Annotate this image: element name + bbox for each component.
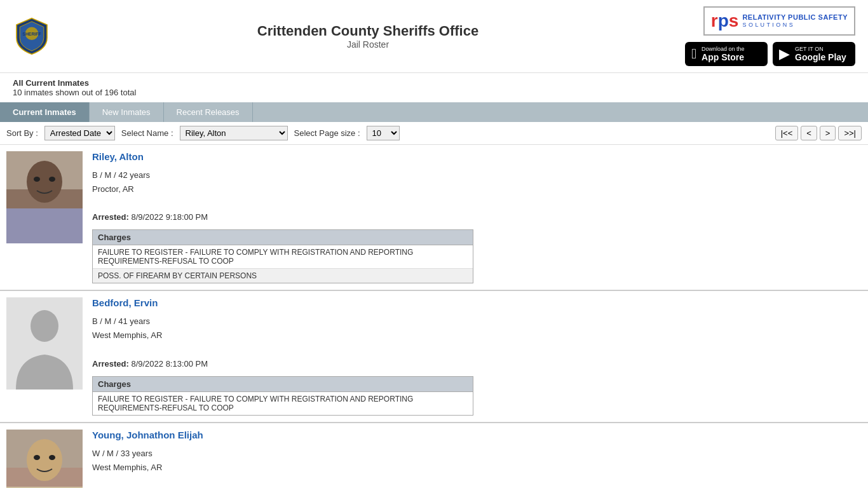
charges-container: ChargesFAILURE TO REGISTER - FAILURE TO …	[92, 376, 473, 416]
svg-point-14	[49, 455, 55, 460]
page-subtitle: Jail Roster	[51, 39, 685, 50]
shield-logo-icon: SHERIFF	[13, 17, 51, 55]
inmate-details-bedford-ervin: Bedford, ErvinB / M / 41 yearsWest Memph…	[92, 297, 862, 415]
rps-logo: rps Relativity Public Safety s o l u t i…	[703, 6, 855, 36]
inmate-record-young-johnathon: Young, Johnathon ElijahW / M / 33 yearsW…	[0, 423, 868, 488]
svg-point-4	[27, 161, 62, 203]
inmate-details-young-johnathon: Young, Johnathon ElijahW / M / 33 yearsW…	[92, 430, 862, 488]
app-buttons:  Download on the App Store ▶ GET IT ON …	[685, 42, 855, 66]
tab-new-inmates[interactable]: New Inmates	[90, 102, 164, 122]
inmate-record-riley-alton: Riley, AltonB / M / 42 yearsProctor, ARA…	[0, 145, 868, 291]
svg-point-6	[49, 177, 55, 182]
app-store-button[interactable]:  Download on the App Store	[685, 42, 768, 66]
inmate-photo-riley-alton	[6, 151, 83, 243]
page-header: SHERIFF Crittenden County Sheriffs Offic…	[0, 0, 868, 73]
inmate-photo-young-johnathon	[6, 430, 83, 488]
pagination-last[interactable]: >>|	[838, 126, 862, 140]
google-play-button[interactable]: ▶ GET IT ON Google Play	[773, 42, 855, 66]
pagination-prev[interactable]: <	[801, 126, 817, 140]
inmate-info: B / M / 41 yearsWest Memphis, ARArrested…	[92, 315, 862, 370]
google-play-icon: ▶	[779, 46, 790, 62]
rps-letters: rps	[711, 11, 739, 31]
tab-recent-releases[interactable]: Recent Releases	[164, 102, 253, 122]
inmate-photo-bedford-ervin	[6, 297, 83, 390]
rps-tagline: Relativity Public Safety s o l u t i o n…	[742, 13, 848, 29]
apple-icon: 	[691, 46, 696, 62]
inmates-info: All Current Inmates 10 inmates shown out…	[0, 73, 868, 102]
svg-point-5	[34, 177, 40, 182]
sort-by-label: Sort By :	[6, 128, 38, 138]
header-right: rps Relativity Public Safety s o l u t i…	[685, 6, 855, 66]
svg-point-13	[34, 455, 40, 460]
inmate-name[interactable]: Riley, Alton	[92, 151, 862, 162]
page-title: Crittenden County Sheriffs Office	[51, 23, 685, 39]
pagination-first[interactable]: |<<	[775, 126, 799, 140]
svg-rect-7	[6, 208, 83, 243]
tab-current-inmates[interactable]: Current Inmates	[0, 102, 90, 122]
charges-container: ChargesFAILURE TO REGISTER - FAILURE TO …	[92, 229, 473, 283]
pagination-next[interactable]: >	[820, 126, 836, 140]
pagination: |<< < > >>|	[775, 126, 862, 140]
inmate-record-bedford-ervin: Bedford, ErvinB / M / 41 yearsWest Memph…	[0, 291, 868, 423]
header-center: Crittenden County Sheriffs Office Jail R…	[51, 23, 685, 50]
inmate-list: Riley, AltonB / M / 42 yearsProctor, ARA…	[0, 145, 868, 488]
inmate-details-riley-alton: Riley, AltonB / M / 42 yearsProctor, ARA…	[92, 151, 862, 283]
svg-point-9	[31, 310, 58, 342]
select-page-size-label: Select Page size :	[294, 128, 360, 138]
charges-header: Charges	[93, 230, 473, 245]
charge-row: FAILURE TO REGISTER - FAILURE TO COMPLY …	[93, 392, 473, 415]
charge-row: FAILURE TO REGISTER - FAILURE TO COMPLY …	[93, 245, 473, 269]
controls-bar: Sort By : Arrested Date Name Select Name…	[0, 122, 868, 145]
inmate-info: B / M / 42 yearsProctor, ARArrested: 8/9…	[92, 168, 862, 224]
charge-row: POSS. OF FIREARM BY CERTAIN PERSONS	[93, 269, 473, 283]
svg-text:SHERIFF: SHERIFF	[22, 32, 41, 36]
charges-header: Charges	[93, 377, 473, 392]
inmate-name[interactable]: Young, Johnathon Elijah	[92, 430, 862, 440]
svg-point-12	[27, 439, 62, 481]
tabs-bar: Current Inmates New Inmates Recent Relea…	[0, 102, 868, 122]
inmates-detail: 10 inmates shown out of 196 total	[13, 88, 855, 97]
inmate-info: W / M / 33 yearsWest Memphis, ARArrested…	[92, 447, 862, 488]
header-left: SHERIFF	[13, 17, 51, 55]
select-name-label: Select Name :	[121, 128, 173, 138]
sort-by-select[interactable]: Arrested Date Name	[44, 126, 115, 140]
select-name-dropdown[interactable]: Riley, Alton Bedford, Ervin Young, Johna…	[180, 126, 288, 140]
inmate-name[interactable]: Bedford, Ervin	[92, 297, 862, 308]
page-size-select[interactable]: 10 25 50 100	[367, 126, 400, 140]
inmates-title: All Current Inmates	[13, 78, 89, 88]
